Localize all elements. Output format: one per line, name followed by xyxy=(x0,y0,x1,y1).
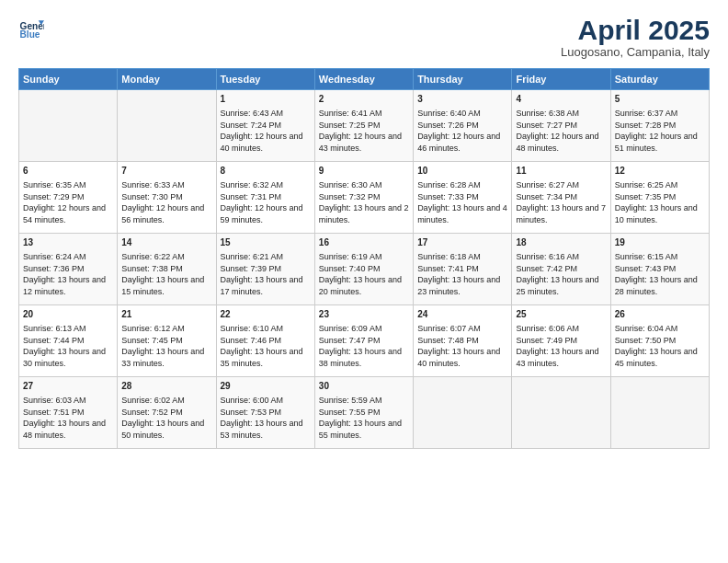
table-row: 14 Sunrise: 6:22 AM Sunset: 7:38 PM Dayl… xyxy=(118,234,216,305)
sunset-text: Sunset: 7:33 PM xyxy=(417,192,479,201)
daylight-text: Daylight: 13 hours and 28 minutes. xyxy=(615,275,698,296)
table-row: 23 Sunrise: 6:09 AM Sunset: 7:47 PM Dayl… xyxy=(314,305,413,377)
cell-content: 9 Sunrise: 6:30 AM Sunset: 7:32 PM Dayli… xyxy=(319,165,409,225)
logo: General Blue xyxy=(18,15,44,40)
sunrise-text: Sunrise: 6:21 AM xyxy=(221,252,284,261)
week-row-4: 20 Sunrise: 6:13 AM Sunset: 7:44 PM Dayl… xyxy=(19,305,710,377)
daylight-text: Daylight: 13 hours and 33 minutes. xyxy=(121,347,204,368)
day-number: 30 xyxy=(319,380,409,393)
week-row-5: 27 Sunrise: 6:03 AM Sunset: 7:51 PM Dayl… xyxy=(19,377,710,449)
day-number: 2 xyxy=(319,93,409,106)
sunrise-text: Sunrise: 6:07 AM xyxy=(417,324,481,333)
daylight-text: Daylight: 12 hours and 54 minutes. xyxy=(23,203,106,224)
daylight-text: Daylight: 13 hours and 45 minutes. xyxy=(615,347,698,368)
location: Luogosano, Campania, Italy xyxy=(561,45,710,59)
table-row: 18 Sunrise: 6:16 AM Sunset: 7:42 PM Dayl… xyxy=(512,234,610,305)
sunset-text: Sunset: 7:47 PM xyxy=(319,336,381,345)
sunrise-text: Sunrise: 6:02 AM xyxy=(121,396,185,405)
daylight-text: Daylight: 13 hours and 7 minutes. xyxy=(516,203,606,224)
col-monday: Monday xyxy=(118,69,216,90)
cell-content: 3 Sunrise: 6:40 AM Sunset: 7:26 PM Dayli… xyxy=(417,93,507,154)
header: General Blue April 2025 Luogosano, Campa… xyxy=(18,15,710,59)
day-number: 11 xyxy=(516,165,606,178)
sunrise-text: Sunrise: 6:19 AM xyxy=(319,252,382,261)
table-row: 6 Sunrise: 6:35 AM Sunset: 7:29 PM Dayli… xyxy=(19,162,118,234)
daylight-text: Daylight: 13 hours and 2 minutes. xyxy=(319,203,409,224)
day-number: 20 xyxy=(23,308,113,321)
cell-content: 14 Sunrise: 6:22 AM Sunset: 7:38 PM Dayl… xyxy=(121,236,211,297)
daylight-text: Daylight: 13 hours and 12 minutes. xyxy=(23,275,106,296)
daylight-text: Daylight: 12 hours and 56 minutes. xyxy=(121,203,204,224)
sunrise-text: Sunrise: 5:59 AM xyxy=(319,396,382,405)
sunrise-text: Sunrise: 6:12 AM xyxy=(121,324,185,333)
day-number: 15 xyxy=(221,236,311,249)
table-row: 10 Sunrise: 6:28 AM Sunset: 7:33 PM Dayl… xyxy=(414,162,512,234)
col-wednesday: Wednesday xyxy=(314,69,413,90)
table-row: 1 Sunrise: 6:43 AM Sunset: 7:24 PM Dayli… xyxy=(216,90,314,162)
table-row: 9 Sunrise: 6:30 AM Sunset: 7:32 PM Dayli… xyxy=(314,162,413,234)
daylight-text: Daylight: 13 hours and 25 minutes. xyxy=(516,275,598,296)
day-number: 26 xyxy=(615,308,705,321)
cell-content: 11 Sunrise: 6:27 AM Sunset: 7:34 PM Dayl… xyxy=(516,165,606,225)
sunrise-text: Sunrise: 6:40 AM xyxy=(417,109,481,118)
day-number: 5 xyxy=(615,93,705,106)
daylight-text: Daylight: 13 hours and 40 minutes. xyxy=(417,347,500,368)
table-row: 11 Sunrise: 6:27 AM Sunset: 7:34 PM Dayl… xyxy=(512,162,610,234)
sunrise-text: Sunrise: 6:35 AM xyxy=(23,180,86,190)
cell-content: 8 Sunrise: 6:32 AM Sunset: 7:31 PM Dayli… xyxy=(221,165,311,225)
table-row: 20 Sunrise: 6:13 AM Sunset: 7:44 PM Dayl… xyxy=(19,305,118,377)
daylight-text: Daylight: 13 hours and 35 minutes. xyxy=(221,347,303,368)
daylight-text: Daylight: 12 hours and 46 minutes. xyxy=(417,132,500,153)
sunset-text: Sunset: 7:34 PM xyxy=(516,192,577,201)
table-row: 16 Sunrise: 6:19 AM Sunset: 7:40 PM Dayl… xyxy=(314,234,413,305)
daylight-text: Daylight: 12 hours and 59 minutes. xyxy=(221,203,303,224)
sunrise-text: Sunrise: 6:18 AM xyxy=(417,252,481,261)
day-number: 17 xyxy=(417,236,507,249)
cell-content: 18 Sunrise: 6:16 AM Sunset: 7:42 PM Dayl… xyxy=(516,236,606,297)
table-row: 17 Sunrise: 6:18 AM Sunset: 7:41 PM Dayl… xyxy=(414,234,512,305)
day-number: 25 xyxy=(516,308,606,321)
cell-content: 28 Sunrise: 6:02 AM Sunset: 7:52 PM Dayl… xyxy=(121,380,211,441)
daylight-text: Daylight: 12 hours and 40 minutes. xyxy=(221,132,303,153)
week-row-1: 1 Sunrise: 6:43 AM Sunset: 7:24 PM Dayli… xyxy=(19,90,710,162)
cell-content: 24 Sunrise: 6:07 AM Sunset: 7:48 PM Dayl… xyxy=(417,308,507,369)
daylight-text: Daylight: 13 hours and 30 minutes. xyxy=(23,347,106,368)
sunset-text: Sunset: 7:55 PM xyxy=(319,408,381,417)
sunset-text: Sunset: 7:50 PM xyxy=(615,336,677,345)
cell-content: 10 Sunrise: 6:28 AM Sunset: 7:33 PM Dayl… xyxy=(417,165,507,225)
col-thursday: Thursday xyxy=(414,69,512,90)
day-number: 23 xyxy=(319,308,409,321)
day-number: 7 xyxy=(121,165,211,178)
sunset-text: Sunset: 7:29 PM xyxy=(23,192,85,201)
sunset-text: Sunset: 7:44 PM xyxy=(23,336,85,345)
daylight-text: Daylight: 13 hours and 50 minutes. xyxy=(121,419,204,440)
daylight-text: Daylight: 13 hours and 20 minutes. xyxy=(319,275,402,296)
day-number: 6 xyxy=(23,165,113,178)
cell-content: 25 Sunrise: 6:06 AM Sunset: 7:49 PM Dayl… xyxy=(516,308,606,369)
cell-content: 21 Sunrise: 6:12 AM Sunset: 7:45 PM Dayl… xyxy=(121,308,211,369)
sunrise-text: Sunrise: 6:30 AM xyxy=(319,180,382,190)
table-row: 5 Sunrise: 6:37 AM Sunset: 7:28 PM Dayli… xyxy=(610,90,709,162)
sunrise-text: Sunrise: 6:00 AM xyxy=(221,396,284,405)
daylight-text: Daylight: 13 hours and 23 minutes. xyxy=(417,275,500,296)
header-row: Sunday Monday Tuesday Wednesday Thursday… xyxy=(19,69,710,90)
cell-content: 2 Sunrise: 6:41 AM Sunset: 7:25 PM Dayli… xyxy=(319,93,409,154)
sunset-text: Sunset: 7:25 PM xyxy=(319,121,381,130)
day-number: 21 xyxy=(121,308,211,321)
table-row xyxy=(414,377,512,449)
daylight-text: Daylight: 13 hours and 10 minutes. xyxy=(615,203,698,224)
sunrise-text: Sunrise: 6:15 AM xyxy=(615,252,678,261)
sunset-text: Sunset: 7:39 PM xyxy=(221,264,282,273)
table-row: 12 Sunrise: 6:25 AM Sunset: 7:35 PM Dayl… xyxy=(610,162,709,234)
cell-content: 16 Sunrise: 6:19 AM Sunset: 7:40 PM Dayl… xyxy=(319,236,409,297)
sunrise-text: Sunrise: 6:16 AM xyxy=(516,252,579,261)
sunset-text: Sunset: 7:41 PM xyxy=(417,264,479,273)
sunset-text: Sunset: 7:32 PM xyxy=(319,192,381,201)
day-number: 22 xyxy=(221,308,311,321)
sunset-text: Sunset: 7:42 PM xyxy=(516,264,577,273)
sunset-text: Sunset: 7:35 PM xyxy=(615,192,677,201)
day-number: 16 xyxy=(319,236,409,249)
table-row: 13 Sunrise: 6:24 AM Sunset: 7:36 PM Dayl… xyxy=(19,234,118,305)
sunset-text: Sunset: 7:51 PM xyxy=(23,408,85,417)
table-row xyxy=(19,90,118,162)
